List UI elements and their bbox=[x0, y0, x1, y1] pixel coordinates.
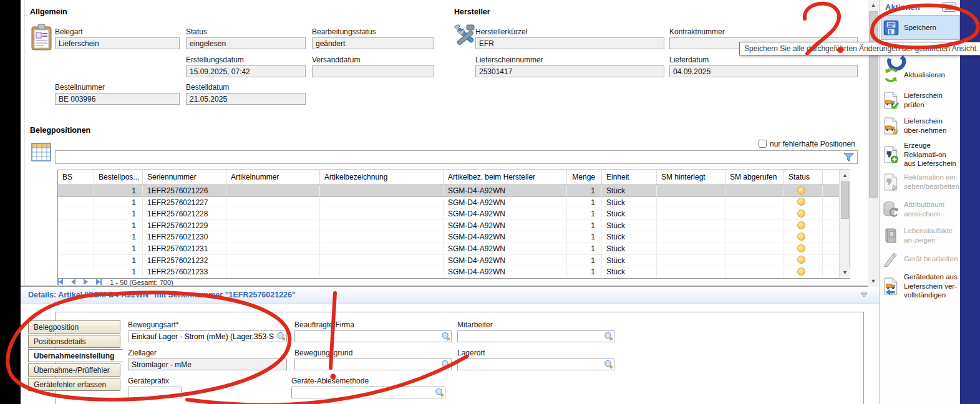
table-cell-sm_hinterlegt bbox=[657, 231, 725, 243]
table-cell-bs bbox=[58, 185, 94, 197]
column-header[interactable]: Status bbox=[784, 170, 823, 185]
table-row[interactable]: 11EFR2576021232SGM-D4-A92WN1Stück bbox=[58, 255, 850, 267]
column-header[interactable]: Menge bbox=[567, 170, 602, 185]
attribute-tree-icon bbox=[881, 201, 900, 218]
column-header[interactable]: Einheit bbox=[602, 170, 657, 185]
table-scroll-up-icon[interactable]: ▲ bbox=[840, 170, 850, 181]
geraetepraefix-field[interactable] bbox=[128, 387, 182, 398]
table-cell-herstellerbez: SGM-D4-A92WN bbox=[444, 266, 567, 278]
table-row[interactable]: 11EFR2576021226SGM-D4-A92WN1Stück bbox=[58, 185, 850, 197]
action-attributbaum-button: Attributbaum anrei-chern bbox=[881, 197, 959, 222]
action-lieferschein-uebernehmen-button[interactable]: Lieferschein über-nehmen bbox=[881, 113, 959, 138]
table-cell-bs bbox=[58, 243, 94, 255]
herstellerkuerzel-field[interactable] bbox=[475, 37, 664, 49]
beauftragte-firma-field[interactable] bbox=[294, 330, 452, 342]
table-cell-status bbox=[784, 220, 823, 232]
table-cell-menge: 1 bbox=[567, 266, 602, 278]
tab-positionsdetails[interactable]: Positionsdetails bbox=[28, 335, 120, 348]
main-scroll-down-icon[interactable]: ▼ bbox=[868, 276, 879, 287]
edit-pencil-icon bbox=[881, 251, 900, 267]
lieferscheinnummer-field[interactable] bbox=[475, 65, 664, 77]
table-cell-sm_abgerufen bbox=[725, 255, 784, 267]
filter-funnel-icon[interactable] bbox=[843, 152, 855, 163]
table-cell-artnr bbox=[226, 266, 320, 278]
bewegungsart-search-icon[interactable] bbox=[276, 332, 286, 341]
table-cell-artbez bbox=[320, 255, 444, 267]
column-header[interactable]: BS bbox=[58, 170, 94, 185]
column-header[interactable]: Artikelnummer bbox=[226, 170, 320, 185]
first-page-icon[interactable] bbox=[57, 279, 63, 286]
mitarbeiter-search-icon[interactable] bbox=[604, 332, 613, 341]
only-faulty-checkbox[interactable] bbox=[759, 140, 767, 148]
table-cell-bs bbox=[58, 266, 94, 278]
mitarbeiter-field[interactable] bbox=[457, 330, 614, 342]
table-header-row[interactable]: BSBestellpos...SeriennummerArtikelnummer… bbox=[58, 170, 850, 185]
prev-page-icon[interactable] bbox=[71, 279, 75, 286]
action-aktualisieren-button[interactable]: Aktualisieren bbox=[881, 65, 959, 85]
action-geraetedaten-vervollstaendigen-button[interactable]: Gerätedaten aus Lieferschein ver-vollstä… bbox=[881, 269, 959, 303]
tab-geraetefehler-erfassen[interactable]: Gerätefehler erfassen bbox=[28, 378, 120, 391]
action-erzeuge-reklamation-button[interactable]: Erzeuge Reklamati-on aus Lieferschein bbox=[881, 142, 959, 167]
lagerort-search-icon[interactable] bbox=[604, 360, 613, 369]
table-cell-bs bbox=[58, 208, 94, 220]
lieferdatum-field[interactable] bbox=[669, 65, 858, 77]
beauftragte-firma-search-icon[interactable] bbox=[441, 332, 450, 341]
tab-belegposition[interactable]: Belegposition bbox=[28, 320, 120, 334]
belegart-field[interactable] bbox=[55, 37, 180, 49]
column-header[interactable]: Artikelbez. beim Hersteller bbox=[444, 170, 567, 185]
erstellungsdatum-field[interactable] bbox=[186, 65, 306, 77]
table-row[interactable]: 11EFR2576021227SGM-D4-A92WN1Stück bbox=[58, 197, 850, 209]
bewegungsgrund-search-icon[interactable] bbox=[441, 360, 450, 369]
bearbeitungsstatus-field[interactable] bbox=[312, 37, 434, 49]
tab-uebernahme-prueffehler[interactable]: Übernahme-/Prüffehler bbox=[28, 363, 120, 377]
status-yellow-icon bbox=[797, 244, 805, 252]
table-cell-sm_abgerufen bbox=[725, 231, 784, 243]
collapse-chevron-icon[interactable] bbox=[860, 292, 868, 297]
bewegungsart-field[interactable] bbox=[128, 330, 287, 342]
table-cell-serial: 1EFR2576021230 bbox=[143, 231, 226, 243]
last-page-icon[interactable] bbox=[96, 279, 102, 286]
table-row[interactable]: 11EFR2576021231SGM-D4-A92WN1Stück bbox=[58, 243, 850, 255]
lagerort-field[interactable] bbox=[457, 358, 614, 370]
column-header[interactable]: Seriennummer bbox=[143, 170, 226, 185]
save-tooltip: Speichern Sie alle durchgeführten Änderu… bbox=[739, 42, 980, 55]
table-row[interactable]: 11EFR2576021229SGM-D4-A92WN1Stück bbox=[58, 220, 850, 232]
table-cell-einheit: Stück bbox=[602, 243, 657, 255]
beauftragte-firma-label: Beauftragte Firma bbox=[294, 320, 354, 329]
versanddatum-field[interactable] bbox=[312, 65, 434, 77]
action-label: Erzeuge Reklamati-on aus Lieferschein bbox=[904, 141, 959, 169]
status-yellow-icon bbox=[797, 198, 805, 206]
details-header[interactable]: Details: Artikel "SGM-D4-A92WN" mit Seri… bbox=[21, 287, 879, 304]
next-page-icon[interactable] bbox=[84, 279, 88, 286]
table-row[interactable]: 11EFR2576021233SGM-D4-A92WN1Stück bbox=[58, 266, 850, 278]
tab-uebernahmeeinstellung[interactable]: Übernahmeeinstellung bbox=[28, 349, 123, 362]
bestelldatum-field[interactable] bbox=[186, 93, 306, 105]
bestellnummer-field[interactable] bbox=[55, 93, 180, 105]
table-scrollbar[interactable]: ▲ ▼ bbox=[839, 170, 850, 278]
table-cell-pos: 1 bbox=[94, 185, 143, 197]
keyboard-icon[interactable] bbox=[942, 2, 956, 12]
table-row[interactable]: 11EFR2576021230SGM-D4-A92WN1Stück bbox=[58, 231, 850, 243]
bearbeitungsstatus-label: Bearbeitungsstatus bbox=[312, 27, 376, 36]
table-row[interactable]: 11EFR2576021228SGM-D4-A92WN1Stück bbox=[58, 208, 850, 220]
column-header[interactable]: Bestellpos... bbox=[94, 170, 143, 185]
column-header[interactable]: SM abgerufen bbox=[725, 170, 784, 185]
ablesemethode-field[interactable] bbox=[291, 387, 445, 398]
ablesemethode-search-icon[interactable] bbox=[435, 388, 444, 397]
table-scroll-down-icon[interactable]: ▼ bbox=[840, 267, 850, 278]
main-scrollbar-thumb[interactable] bbox=[869, 11, 878, 198]
beauftragte-firma-lookup bbox=[294, 330, 452, 342]
column-header[interactable]: SM hinterlegt bbox=[657, 170, 725, 185]
column-header[interactable]: Artikelbezeichnung bbox=[320, 170, 444, 185]
bewegungsgrund-field[interactable] bbox=[294, 358, 452, 370]
table-cell-artnr bbox=[226, 185, 320, 197]
status-yellow-icon bbox=[797, 221, 805, 229]
ziellager-field[interactable] bbox=[128, 358, 287, 370]
status-field[interactable] bbox=[186, 37, 306, 49]
action-speichern-button[interactable]: Speichern bbox=[881, 15, 960, 40]
main-scroll-up-icon[interactable]: ▲ bbox=[868, 0, 879, 11]
positions-filter-input[interactable] bbox=[56, 151, 842, 163]
table-scrollbar-thumb[interactable] bbox=[841, 181, 849, 219]
table-cell-status bbox=[784, 255, 823, 267]
action-lieferschein-pruefen-button[interactable]: Lieferschein prüfen bbox=[881, 90, 959, 111]
